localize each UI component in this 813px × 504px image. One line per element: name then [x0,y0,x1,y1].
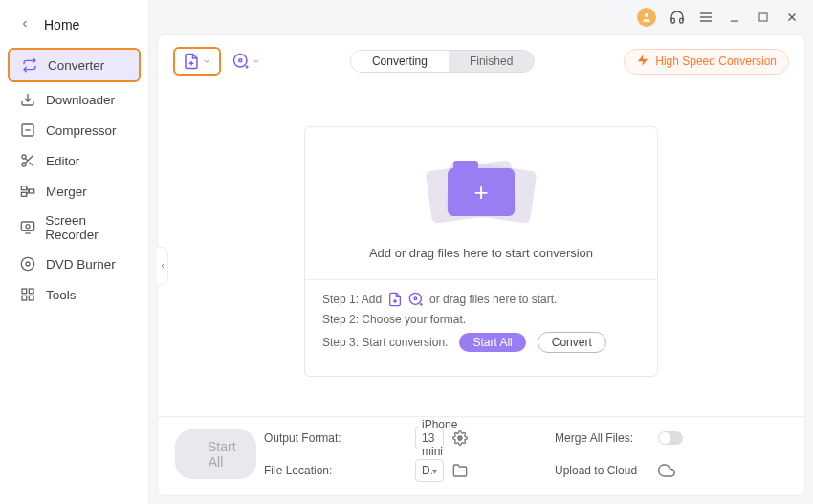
chevron-down-icon [202,56,211,66]
output-format-label: Output Format: [264,431,407,445]
svg-point-16 [21,257,33,270]
home-button[interactable]: Home [0,10,148,40]
tab-converting[interactable]: Converting [351,51,449,72]
high-speed-conversion-button[interactable]: High Speed Conversion [624,49,789,75]
svg-rect-21 [22,296,27,300]
sidebar-item-editor[interactable]: Editor [0,145,148,176]
start-all-button[interactable]: Start All [175,429,256,479]
svg-rect-19 [29,289,33,294]
sidebar-item-tools[interactable]: Tools [0,279,148,310]
svg-line-6 [30,163,33,166]
merge-label: Merge All Files: [555,431,650,445]
svg-point-40 [414,297,417,300]
start-all-mini-button[interactable]: Start All [459,333,525,352]
file-location-select[interactable]: D:\Wondershare UniConverter 1 ▾ [415,459,444,482]
drop-area[interactable]: + Add or drag files here to start conver… [158,87,804,416]
sidebar-item-downloader[interactable]: Downloader [0,84,148,115]
avatar[interactable] [637,8,656,27]
download-icon [19,91,36,108]
chevron-down-icon [252,56,261,66]
tab-finished[interactable]: Finished [449,51,534,72]
sidebar-item-label: Tools [46,288,77,302]
compressor-icon [19,121,36,139]
file-location-value: D:\Wondershare UniConverter 1 [422,464,432,477]
close-icon[interactable] [784,10,800,25]
chevron-down-icon: ▾ [432,466,437,476]
file-plus-icon[interactable] [387,292,403,307]
drop-headline: Add or drag files here to start conversi… [369,246,593,260]
svg-point-39 [409,293,421,304]
folder-illustration: + [424,154,538,230]
svg-rect-10 [29,189,33,193]
merger-icon [19,183,36,200]
step2-text: Step 2: Choose your format. [322,313,466,326]
step3-text: Step 3: Start conversion. [322,336,448,349]
home-label: Home [44,17,79,33]
sidebar-item-merger[interactable]: Merger [0,176,148,207]
step-3: Step 3: Start conversion. Start All Conv… [322,332,640,353]
sidebar-item-compressor[interactable]: Compressor [0,115,148,145]
output-format-select[interactable]: iPhone 13 mini ▾ [415,427,444,449]
merge-toggle[interactable] [658,431,683,445]
svg-point-32 [234,55,248,68]
disc-icon [19,255,36,273]
sidebar-item-label: Editor [46,154,79,168]
cloud-icon[interactable] [658,462,675,479]
svg-rect-13 [21,222,33,230]
svg-rect-9 [21,192,26,196]
chevron-left-icon [19,17,34,33]
maximize-icon[interactable] [756,10,771,25]
step1-b: or drag files here to start. [429,293,557,306]
add-files-button[interactable] [173,47,221,76]
menu-icon[interactable] [698,10,714,25]
drop-card: + Add or drag files here to start conver… [304,126,658,377]
bolt-icon [636,54,649,70]
scissors-icon [19,152,36,169]
disc-plus-icon[interactable] [408,292,424,307]
sidebar: Home Converter Downloader Compressor Edi… [0,0,149,504]
add-dvd-button[interactable] [232,53,261,70]
sidebar-item-label: Converter [48,58,104,73]
file-location-label: File Location: [264,464,407,477]
disc-plus-icon [232,53,250,70]
svg-rect-27 [759,13,767,21]
support-icon[interactable] [670,10,685,25]
plus-icon: + [473,178,488,208]
svg-point-33 [239,59,242,62]
bottom-bar: Output Format: iPhone 13 mini ▾ Merge Al… [158,416,804,495]
hsc-label: High Speed Conversion [655,55,777,68]
output-settings-icon[interactable] [451,429,469,447]
svg-rect-18 [22,289,27,294]
sidebar-item-label: Merger [46,185,87,199]
steps-panel: Step 1: Add or drag files here to start.… [305,280,657,376]
folder-icon: + [448,168,515,216]
collapse-sidebar-handle[interactable] [157,247,168,285]
upload-cloud-label: Upload to Cloud [555,464,650,477]
screen-recorder-icon [19,219,35,236]
titlebar [149,0,813,34]
step-1: Step 1: Add or drag files here to start. [322,292,640,307]
main-area: Converting Finished High Speed Conversio… [149,0,813,504]
sidebar-item-dvd-burner[interactable]: DVD Burner [0,249,148,279]
sidebar-item-label: Screen Recorder [45,213,139,242]
svg-point-4 [22,163,26,166]
minimize-icon[interactable] [727,10,742,25]
nav-list: Converter Downloader Compressor Editor M… [0,46,148,310]
svg-line-7 [25,158,28,161]
tab-segment: Converting Finished [350,50,535,73]
drop-illustration-area[interactable]: + Add or drag files here to start conver… [305,127,657,280]
step1-a: Step 1: Add [322,293,382,306]
svg-marker-36 [638,55,648,66]
content-panel: Converting Finished High Speed Conversio… [157,34,805,496]
sidebar-item-label: DVD Burner [46,257,116,272]
grid-icon [19,286,36,303]
sidebar-item-screen-recorder[interactable]: Screen Recorder [0,207,148,249]
converter-icon [21,56,38,74]
step-2: Step 2: Choose your format. [322,313,640,326]
sidebar-item-converter[interactable]: Converter [8,48,141,82]
toolbar: Converting Finished High Speed Conversio… [158,35,804,87]
svg-point-43 [458,436,462,440]
convert-mini-button[interactable]: Convert [538,332,606,353]
svg-point-14 [26,225,30,229]
open-folder-icon[interactable] [451,462,469,479]
